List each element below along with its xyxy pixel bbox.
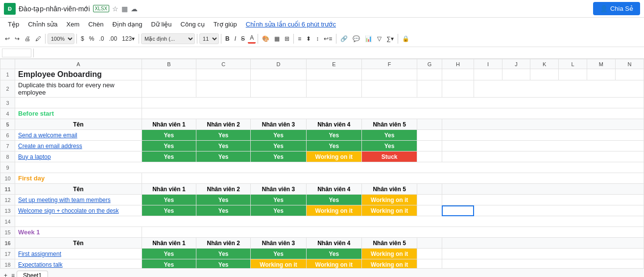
cell-b12[interactable]: Yes <box>142 195 196 205</box>
cell-rest10[interactable] <box>142 173 644 184</box>
cell-b6[interactable]: Yes <box>142 130 196 141</box>
cell-e8[interactable]: Working on it <box>306 151 361 162</box>
menu-view[interactable]: Xem <box>63 20 84 29</box>
cell-rest18[interactable] <box>442 259 644 269</box>
cell-d2[interactable] <box>251 80 306 98</box>
cell-rest12[interactable] <box>442 195 644 205</box>
merge-button[interactable]: ⊞ <box>283 34 291 43</box>
cell-f1[interactable] <box>361 69 417 80</box>
inc-decimals-button[interactable]: .00 <box>107 34 119 43</box>
cell-b17[interactable]: Yes <box>142 249 196 259</box>
menu-tools[interactable]: Công cụ <box>177 20 209 29</box>
cell-a5[interactable]: Tên <box>15 119 142 130</box>
cell-f11[interactable]: Nhân viên 5 <box>361 184 417 195</box>
cell-rest7[interactable] <box>442 141 644 151</box>
cell-e16[interactable]: Nhân viên 4 <box>306 238 361 249</box>
function-button[interactable]: ∑▾ <box>384 34 396 43</box>
bold-button[interactable]: B <box>223 34 232 43</box>
cell-m1[interactable] <box>587 69 615 80</box>
col-header-c[interactable]: C <box>196 59 251 69</box>
cell-rest6[interactable] <box>442 130 644 141</box>
font-select[interactable]: Mặc định (... <box>141 33 195 44</box>
cell-f18[interactable]: Working on it <box>361 259 417 269</box>
undo-button[interactable]: ↩ <box>3 34 12 43</box>
cell-b18[interactable]: Yes <box>142 259 196 269</box>
cell-rest2[interactable] <box>474 80 644 98</box>
cell-e11[interactable]: Nhân viên 4 <box>306 184 361 195</box>
cell-e12[interactable]: Yes <box>306 195 361 205</box>
sheet-area[interactable]: A B C D E F G H I J K L M N 1 Employee O… <box>0 59 644 268</box>
col-header-m[interactable]: M <box>587 59 615 69</box>
cell-c18[interactable]: Yes <box>196 259 251 269</box>
col-header-b[interactable]: B <box>142 59 196 69</box>
col-header-d[interactable]: D <box>251 59 306 69</box>
cell-d11[interactable]: Nhân viên 3 <box>251 184 306 195</box>
cell-c16[interactable]: Nhân viên 2 <box>196 238 251 249</box>
cell-rest14[interactable] <box>15 216 644 227</box>
col-header-a[interactable]: A <box>15 59 142 69</box>
cell-g1[interactable] <box>417 69 442 80</box>
menu-edit[interactable]: Chỉnh sửa <box>24 20 61 29</box>
drive-icon[interactable]: ▦ <box>121 5 128 13</box>
filter-button[interactable]: ▽ <box>375 34 383 43</box>
cell-d1[interactable] <box>251 69 306 80</box>
cell-f17[interactable]: Working on it <box>361 249 417 259</box>
cell-reference-input[interactable] <box>2 49 31 57</box>
cell-f7[interactable]: Yes <box>361 141 417 151</box>
more-formats-button[interactable]: 123▾ <box>120 34 137 43</box>
cell-b11[interactable]: Nhân viên 1 <box>142 184 196 195</box>
zoom-select[interactable]: 100% <box>48 33 74 44</box>
lock-button[interactable]: 🔒 <box>400 34 411 43</box>
percent-button[interactable]: % <box>87 34 96 43</box>
cell-a3[interactable] <box>15 98 142 108</box>
col-header-f[interactable]: F <box>361 59 417 69</box>
cell-d18[interactable]: Working on it <box>251 259 306 269</box>
cell-g16[interactable] <box>417 238 442 249</box>
cell-rest9[interactable] <box>15 162 644 173</box>
cell-g7[interactable] <box>417 141 442 151</box>
cell-d7[interactable]: Yes <box>251 141 306 151</box>
cell-f6[interactable]: Yes <box>361 130 417 141</box>
cell-a8[interactable]: Buy a laptop <box>15 151 142 162</box>
menu-file[interactable]: Tệp <box>4 20 23 29</box>
cell-rest13[interactable] <box>474 205 644 216</box>
col-header-n[interactable]: N <box>615 59 644 69</box>
cell-f13[interactable]: Working on it <box>361 205 417 216</box>
cell-n1[interactable] <box>615 69 644 80</box>
cell-d12[interactable]: Yes <box>251 195 306 205</box>
cell-c7[interactable]: Yes <box>196 141 251 151</box>
cell-a17[interactable]: First assignment <box>15 249 142 259</box>
menu-insert[interactable]: Chèn <box>84 20 107 29</box>
col-header-i[interactable]: I <box>474 59 502 69</box>
cell-f12[interactable]: Working on it <box>361 195 417 205</box>
cell-f2[interactable] <box>361 80 417 98</box>
cell-c2[interactable] <box>196 80 251 98</box>
cell-c13[interactable]: Yes <box>196 205 251 216</box>
cell-g17[interactable] <box>417 249 442 259</box>
cell-g8[interactable] <box>417 151 442 162</box>
cell-a2[interactable]: Duplicate this board for every new emplo… <box>15 80 142 98</box>
cell-g6[interactable] <box>417 130 442 141</box>
cell-c12[interactable]: Yes <box>196 195 251 205</box>
cell-e1[interactable] <box>306 69 361 80</box>
col-header-k[interactable]: K <box>530 59 559 69</box>
cell-e2[interactable] <box>306 80 361 98</box>
cell-g13[interactable] <box>417 205 442 216</box>
cell-f16[interactable]: Nhân viên 5 <box>361 238 417 249</box>
font-color-button[interactable]: A <box>248 33 256 44</box>
cell-g5[interactable] <box>417 119 442 130</box>
link-button[interactable]: 🔗 <box>338 34 350 43</box>
cell-j1[interactable] <box>502 69 530 80</box>
share-button[interactable]: 👤 Chia Sẻ <box>593 2 640 15</box>
cell-d16[interactable]: Nhân viên 3 <box>251 238 306 249</box>
halign-button[interactable]: ≡ <box>296 34 303 43</box>
cell-b2[interactable] <box>142 80 196 98</box>
cell-d6[interactable]: Yes <box>251 130 306 141</box>
cell-g11[interactable] <box>417 184 442 195</box>
cell-c6[interactable]: Yes <box>196 130 251 141</box>
cell-rest15[interactable] <box>142 227 644 238</box>
cloud-icon[interactable]: ☁ <box>131 5 138 13</box>
cell-a10[interactable]: First day <box>15 173 142 184</box>
cell-f8[interactable]: Stuck <box>361 151 417 162</box>
cell-i1[interactable] <box>474 69 502 80</box>
